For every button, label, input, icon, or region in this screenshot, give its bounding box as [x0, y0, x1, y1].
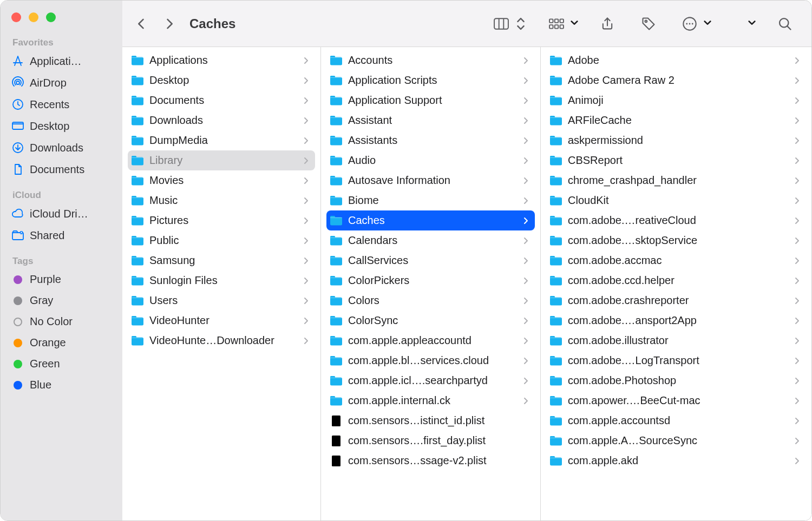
sidebar-item[interactable]: Desktop: [1, 115, 122, 137]
folder-row[interactable]: Downloads: [128, 110, 315, 130]
folder-row[interactable]: Assistant: [326, 110, 535, 130]
sidebar-item[interactable]: Green: [1, 353, 122, 374]
folder-row[interactable]: ColorSync: [326, 311, 535, 331]
sidebar-item[interactable]: Recents: [1, 94, 122, 115]
folder-row[interactable]: Desktop: [128, 70, 315, 90]
folder-row[interactable]: CallServices: [326, 250, 535, 271]
folder-row[interactable]: com.apple.akd: [546, 451, 806, 471]
file-row[interactable]: com.sensors…istinct_id.plist: [326, 411, 535, 431]
folder-row[interactable]: com.adobe.Photoshop: [546, 371, 806, 391]
folder-row[interactable]: Pictures: [128, 210, 315, 230]
sidebar-item[interactable]: Shared: [1, 225, 122, 246]
fullscreen-window[interactable]: [46, 12, 56, 22]
search-button[interactable]: [772, 12, 797, 35]
folder-row[interactable]: CBSReport: [546, 150, 806, 170]
folder-row[interactable]: com.adobe.illustrator: [546, 331, 806, 351]
folder-icon: [131, 254, 144, 267]
sidebar-section-title: Tags: [1, 246, 122, 269]
folder-icon: [549, 454, 562, 467]
folder-row[interactable]: Adobe Camera Raw 2: [546, 70, 806, 90]
folder-row[interactable]: com.apple.A…SourceSync: [546, 431, 806, 451]
group-by-control[interactable]: [544, 12, 579, 35]
chevron-right-icon: [793, 57, 801, 64]
folder-row[interactable]: VideoHunter: [128, 311, 315, 331]
back-button[interactable]: [129, 12, 154, 35]
folder-row[interactable]: com.adobe.crashreporter: [546, 291, 806, 311]
sidebar-item[interactable]: Gray: [1, 290, 122, 311]
folder-row[interactable]: com.apple.appleaccountd: [326, 331, 535, 351]
folder-icon: [549, 114, 562, 127]
folder-icon: [549, 134, 562, 147]
share-button[interactable]: [595, 12, 620, 35]
file-row[interactable]: com.sensors…ssage-v2.plist: [326, 451, 535, 471]
folder-icon: [549, 214, 562, 227]
chevron-right-icon: [302, 337, 310, 345]
sidebar-item[interactable]: Purple: [1, 269, 122, 290]
folder-row[interactable]: Assistants: [326, 130, 535, 150]
folder-row[interactable]: askpermissiond: [546, 130, 806, 150]
folder-row[interactable]: com.apple.bl…services.cloud: [326, 351, 535, 371]
folder-row[interactable]: VideoHunte…Downloader: [128, 331, 315, 351]
folder-row[interactable]: Animoji: [546, 90, 806, 110]
folder-row[interactable]: Accounts: [326, 50, 535, 70]
close-window[interactable]: [11, 12, 21, 22]
folder-row[interactable]: Adobe: [546, 50, 806, 70]
folder-row[interactable]: Colors: [326, 291, 535, 311]
folder-icon: [131, 134, 144, 147]
folder-row[interactable]: DumpMedia: [128, 130, 315, 150]
column-view-icon[interactable]: [489, 12, 514, 35]
chevron-right-icon: [522, 337, 529, 345]
file-row[interactable]: com.sensors….first_day.plist: [326, 431, 535, 451]
sidebar-item[interactable]: iCloud Dri…: [1, 203, 122, 225]
folder-row[interactable]: Documents: [128, 90, 315, 110]
folder-row[interactable]: Application Scripts: [326, 70, 535, 90]
folder-row[interactable]: com.adobe.…LogTransport: [546, 351, 806, 371]
minimize-window[interactable]: [29, 12, 38, 22]
folder-row[interactable]: com.apple.internal.ck: [326, 391, 535, 411]
view-options-button[interactable]: [514, 12, 528, 35]
folder-row[interactable]: Biome: [326, 190, 535, 210]
folder-row[interactable]: com.adobe.ccd.helper: [546, 271, 806, 291]
folder-row[interactable]: Music: [128, 190, 315, 210]
folder-row[interactable]: com.adobe.accmac: [546, 250, 806, 271]
folder-row[interactable]: Users: [128, 291, 315, 311]
folder-row[interactable]: Samsung: [128, 250, 315, 271]
overflow-button[interactable]: [748, 17, 756, 30]
folder-row[interactable]: com.adobe.…ansport2App: [546, 311, 806, 331]
item-name: Biome: [348, 194, 516, 207]
folder-row[interactable]: ColorPickers: [326, 271, 535, 291]
folder-row[interactable]: com.apower.…BeeCut-mac: [546, 391, 806, 411]
sidebar-item[interactable]: Downloads: [1, 137, 122, 159]
action-menu-button[interactable]: [677, 12, 712, 35]
folder-row[interactable]: Calendars: [326, 230, 535, 250]
folder-row[interactable]: CloudKit: [546, 190, 806, 210]
folder-row[interactable]: com.apple.accountsd: [546, 411, 806, 431]
folder-row[interactable]: Applications: [128, 50, 315, 70]
sidebar-item[interactable]: Documents: [1, 159, 122, 180]
folder-row[interactable]: ARFileCache: [546, 110, 806, 130]
folder-row[interactable]: com.apple.icl….searchpartyd: [326, 371, 535, 391]
sidebar-item[interactable]: Applicati…: [1, 50, 122, 72]
sidebar-item[interactable]: Blue: [1, 374, 122, 395]
folder-row[interactable]: com.adobe.…reativeCloud: [546, 210, 806, 230]
folder-icon: [330, 374, 343, 387]
folder-row[interactable]: Public: [128, 230, 315, 250]
folder-row[interactable]: Audio: [326, 150, 535, 170]
sidebar-item[interactable]: AirDrop: [1, 72, 122, 94]
folder-row[interactable]: Library: [128, 150, 315, 170]
shared-icon: [11, 229, 24, 242]
ellipsis-circle-icon: [677, 12, 702, 35]
folder-row[interactable]: chrome_crashpad_handler: [546, 170, 806, 190]
folder-icon: [549, 234, 562, 247]
item-name: Accounts: [348, 54, 516, 67]
sidebar-item[interactable]: Orange: [1, 332, 122, 353]
folder-row[interactable]: Caches: [326, 210, 535, 230]
folder-row[interactable]: Autosave Information: [326, 170, 535, 190]
sidebar-item[interactable]: No Color: [1, 311, 122, 332]
folder-row[interactable]: com.adobe.…sktopService: [546, 230, 806, 250]
folder-row[interactable]: Movies: [128, 170, 315, 190]
tags-button[interactable]: [636, 12, 661, 35]
folder-row[interactable]: Application Support: [326, 90, 535, 110]
folder-row[interactable]: Sunlogin Files: [128, 271, 315, 291]
forward-button[interactable]: [157, 12, 182, 35]
